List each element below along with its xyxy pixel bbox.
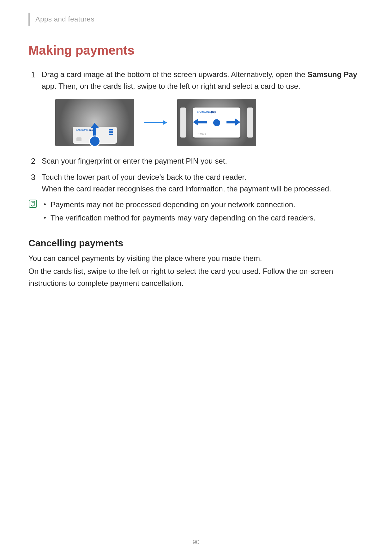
note-list: •Payments may not be processed depending… <box>44 199 316 226</box>
drag-handle-icon <box>89 135 100 146</box>
payment-card: SAMSUNGpay ···· 0123 <box>193 108 240 138</box>
page-header: Apps and features <box>28 13 360 26</box>
bullet-icon: • <box>44 199 46 210</box>
step-line: Touch the lower part of your device’s ba… <box>42 173 246 181</box>
card-brand: SAMSUNGpay <box>197 110 216 113</box>
step-number: 1 <box>28 69 35 81</box>
page-number: 90 <box>0 539 392 546</box>
card-number: ···· 0123 <box>197 132 206 135</box>
note-icon <box>28 199 38 226</box>
note-text: Payments may not be processed depending … <box>51 199 295 211</box>
note-item: •The verification method for payments ma… <box>44 212 316 224</box>
step-1: 1 Drag a card image at the bottom of the… <box>28 69 360 92</box>
section-heading: Making payments <box>28 43 360 57</box>
note-item: •Payments may not be processed depending… <box>44 199 316 211</box>
app-name-bold: Samsung Pay <box>307 70 357 79</box>
step-body: Drag a card image at the bottom of the s… <box>42 69 360 92</box>
step-number: 3 <box>28 171 35 184</box>
step-2: 2 Scan your fingerprint or enter the pay… <box>28 155 360 167</box>
note-text: The verification method for payments may… <box>51 212 316 224</box>
paragraph: You can cancel payments by visiting the … <box>28 252 360 264</box>
steps-list: 1 Drag a card image at the bottom of the… <box>28 69 360 92</box>
subsection-heading: Cancelling payments <box>28 238 360 249</box>
card-brand-prefix: SAMSUNG <box>197 110 211 113</box>
step-body: Touch the lower part of your device’s ba… <box>42 171 360 195</box>
card-chip-icon <box>76 137 81 141</box>
center-dot-icon <box>213 119 220 126</box>
arrow-right-icon <box>226 118 241 127</box>
bullet-icon: • <box>44 212 46 223</box>
adjacent-card-left <box>180 108 186 138</box>
arrow-left-icon <box>192 118 207 127</box>
arrow-right-icon <box>144 119 168 126</box>
card-brand-prefix: SAMSUNG <box>76 129 88 131</box>
paragraph: On the cards list, swipe to the left or … <box>28 265 360 289</box>
note-block: •Payments may not be processed depending… <box>28 199 360 226</box>
card-stripes-icon <box>109 129 113 135</box>
header-marker <box>28 13 30 26</box>
step-body: Scan your fingerprint or enter the payme… <box>42 155 360 167</box>
illustration-row: SAMSUNGpay SAMSUNGpay ···· <box>55 99 360 146</box>
adjacent-card-right <box>247 108 253 138</box>
step-text: Drag a card image at the bottom of the s… <box>42 70 307 79</box>
breadcrumb: Apps and features <box>35 15 94 23</box>
step-3: 3 Touch the lower part of your device’s … <box>28 171 360 195</box>
step-line: When the card reader recognises the card… <box>42 184 331 193</box>
phone-swipe-up: SAMSUNGpay <box>55 99 134 146</box>
card-brand-suffix: pay <box>211 110 216 113</box>
svg-marker-1 <box>163 120 167 125</box>
manual-page: Apps and features Making payments 1 Drag… <box>0 0 392 554</box>
step-text: app. Then, on the cards list, swipe to t… <box>42 82 300 90</box>
phone-swipe-cards: SAMSUNGpay ···· 0123 <box>177 99 256 146</box>
step-number: 2 <box>28 155 35 167</box>
steps-list-continued: 2 Scan your fingerprint or enter the pay… <box>28 155 360 195</box>
